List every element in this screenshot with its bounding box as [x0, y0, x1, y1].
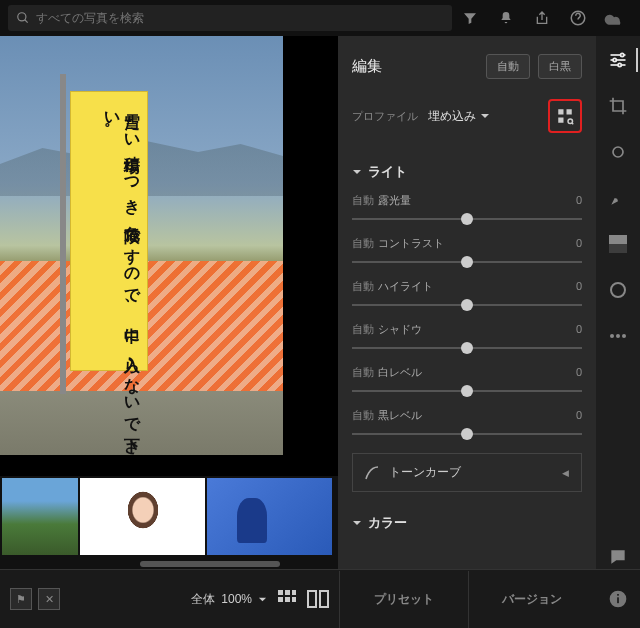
slider-シャドウ[interactable]: 自動シャドウ0: [338, 316, 596, 359]
svg-point-19: [616, 334, 620, 338]
slider-露光量[interactable]: 自動露光量0: [338, 187, 596, 230]
edit-sliders-icon[interactable]: [606, 48, 630, 72]
svg-point-0: [18, 13, 26, 21]
main-photo: 雪たい積場につき 危険ですので、中に 入らないで下さい。: [0, 36, 283, 455]
search-input[interactable]: [36, 11, 444, 25]
slider-value: 0: [576, 409, 582, 421]
slider-ハイライト[interactable]: 自動ハイライト0: [338, 273, 596, 316]
grid-view-icon[interactable]: [277, 589, 297, 609]
auto-label: 自動: [352, 280, 374, 292]
svg-point-12: [613, 58, 616, 61]
svg-line-7: [572, 123, 574, 125]
svg-rect-21: [278, 590, 283, 595]
svg-point-18: [610, 334, 614, 338]
comment-icon[interactable]: [606, 545, 630, 569]
slider-白レベル[interactable]: 自動白レベル0: [338, 359, 596, 402]
slider-track[interactable]: [352, 339, 582, 357]
search-icon: [16, 11, 30, 25]
slider-name: ハイライト: [378, 280, 433, 292]
compare-icon[interactable]: [307, 589, 329, 609]
slider-track[interactable]: [352, 210, 582, 228]
section-label: ライト: [368, 163, 407, 181]
crop-icon[interactable]: [606, 94, 630, 118]
section-color[interactable]: カラー: [338, 502, 596, 538]
flag-pick-button[interactable]: ⚑: [10, 588, 32, 610]
slider-value: 0: [576, 280, 582, 292]
slider-value: 0: [576, 194, 582, 206]
slider-track[interactable]: [352, 425, 582, 443]
slider-name: 黒レベル: [378, 409, 422, 421]
thumbnail[interactable]: [207, 478, 332, 555]
svg-rect-14: [611, 145, 625, 159]
healing-icon[interactable]: [606, 140, 630, 164]
auto-label: 自動: [352, 194, 374, 206]
svg-rect-23: [292, 590, 296, 595]
preset-tab[interactable]: プリセット: [339, 571, 468, 628]
svg-rect-4: [567, 109, 572, 114]
version-tab[interactable]: バージョン: [468, 571, 597, 628]
profile-browser-button[interactable]: [548, 99, 582, 133]
brush-icon[interactable]: [606, 186, 630, 210]
section-label: カラー: [368, 514, 407, 532]
svg-rect-25: [285, 597, 290, 602]
share-icon[interactable]: [532, 8, 552, 28]
sign-text: 雪たい積場につき 危険ですので、中に 入らないで下さい。: [76, 101, 142, 455]
filmstrip-scrollbar[interactable]: [0, 559, 338, 569]
slider-track[interactable]: [352, 253, 582, 271]
zoom-control[interactable]: 全体 100%: [191, 591, 267, 608]
svg-rect-16: [609, 235, 627, 244]
section-light[interactable]: ライト: [338, 151, 596, 187]
slider-黒レベル[interactable]: 自動黒レベル0: [338, 402, 596, 445]
slider-value: 0: [576, 366, 582, 378]
tone-curve-label: トーンカーブ: [389, 464, 461, 481]
svg-line-1: [25, 20, 28, 23]
slider-name: シャドウ: [378, 323, 422, 335]
svg-point-11: [621, 53, 624, 56]
svg-rect-28: [320, 591, 328, 607]
slider-value: 0: [576, 237, 582, 249]
svg-rect-27: [308, 591, 316, 607]
info-icon[interactable]: [608, 589, 628, 609]
more-icon[interactable]: [606, 324, 630, 348]
auto-button[interactable]: 自動: [486, 54, 530, 79]
slider-コントラスト[interactable]: 自動コントラスト0: [338, 230, 596, 273]
slider-track[interactable]: [352, 296, 582, 314]
svg-rect-31: [617, 594, 619, 596]
chevron-down-icon: [352, 167, 362, 177]
auto-label: 自動: [352, 323, 374, 335]
filmstrip[interactable]: [0, 476, 338, 559]
fit-label: 全体: [191, 591, 215, 608]
profile-label: プロファイル: [352, 109, 418, 124]
linear-gradient-icon[interactable]: [606, 232, 630, 256]
filter-icon[interactable]: [460, 8, 480, 28]
thumbnail[interactable]: [80, 478, 205, 555]
chevron-down-icon: [480, 111, 490, 121]
triangle-left-icon: ◀: [562, 468, 569, 478]
auto-label: 自動: [352, 237, 374, 249]
profile-value: 埋め込み: [428, 108, 476, 125]
svg-rect-5: [558, 118, 563, 123]
tone-curve-row[interactable]: トーンカーブ ◀: [352, 453, 582, 492]
bw-button[interactable]: 白黒: [538, 54, 582, 79]
svg-rect-3: [558, 109, 563, 114]
svg-rect-22: [285, 590, 290, 595]
radial-gradient-icon[interactable]: [606, 278, 630, 302]
main-photo-viewport[interactable]: 雪たい積場につき 危険ですので、中に 入らないで下さい。: [0, 36, 338, 476]
slider-track[interactable]: [352, 382, 582, 400]
chevron-down-icon: [352, 518, 362, 528]
svg-rect-30: [617, 597, 619, 603]
flag-reject-button[interactable]: ✕: [38, 588, 60, 610]
profile-dropdown[interactable]: 埋め込み: [428, 108, 490, 125]
search-box[interactable]: [8, 5, 452, 31]
svg-rect-24: [278, 597, 283, 602]
slider-name: 白レベル: [378, 366, 422, 378]
cloud-icon[interactable]: [604, 8, 624, 28]
bell-icon[interactable]: [496, 8, 516, 28]
svg-point-13: [618, 63, 621, 66]
thumbnail[interactable]: [2, 478, 78, 555]
chevron-down-icon: [258, 595, 267, 604]
svg-rect-26: [292, 597, 296, 602]
auto-label: 自動: [352, 366, 374, 378]
slider-value: 0: [576, 323, 582, 335]
help-icon[interactable]: [568, 8, 588, 28]
